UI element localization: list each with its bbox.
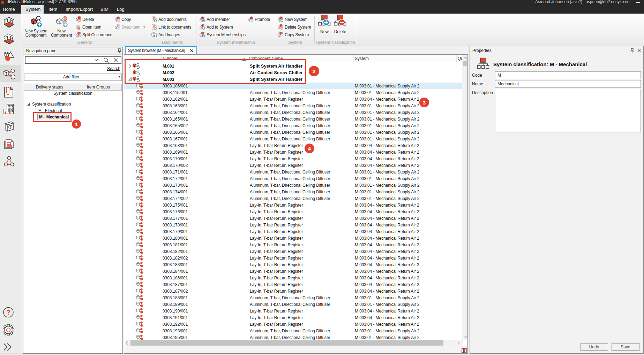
svg-text:?: ?: [6, 309, 10, 316]
